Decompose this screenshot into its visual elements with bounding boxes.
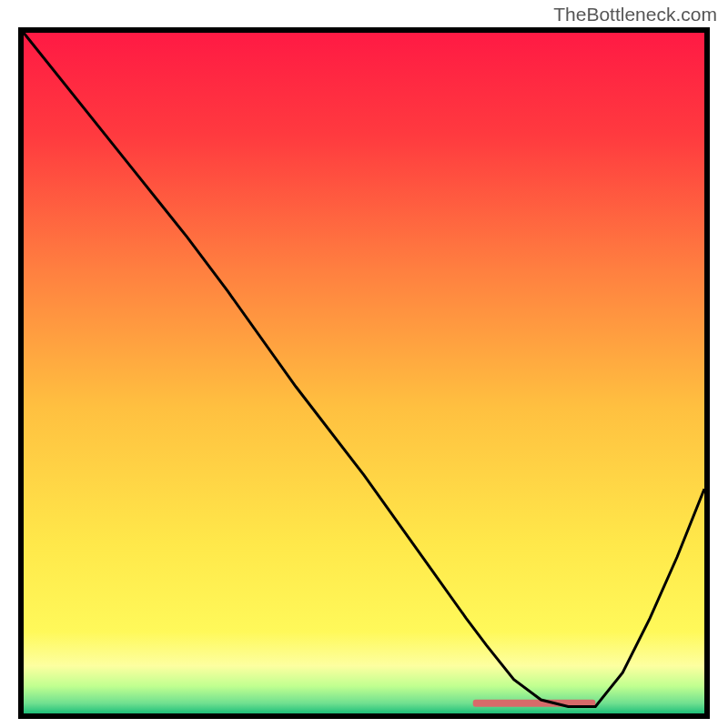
watermark-text: TheBottleneck.com bbox=[553, 4, 717, 25]
chart-svg bbox=[24, 33, 704, 713]
gradient-background bbox=[24, 33, 704, 713]
plot-frame bbox=[18, 27, 710, 719]
chart-container: TheBottleneck.com bbox=[0, 0, 728, 728]
